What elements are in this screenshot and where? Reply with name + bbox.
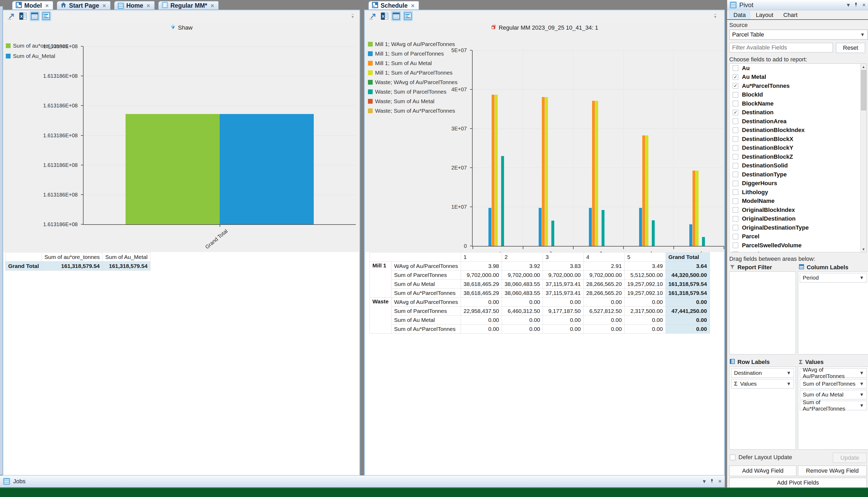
close-icon[interactable]: × (718, 479, 722, 484)
defer-layout-checkbox[interactable] (730, 455, 735, 460)
field-checkbox[interactable] (733, 207, 738, 213)
field-item[interactable]: DestinationSolid (730, 161, 866, 170)
area-field-item[interactable]: WAvg of Au/ParcelTonnes▼ (800, 368, 867, 378)
tab-regular-mm-[interactable]: Regular MM*× (158, 1, 219, 10)
add-pivot-fields-button[interactable]: Add Pivot Fields (729, 478, 867, 488)
row-labels-box[interactable]: Destination▼ΣValues▼ (729, 367, 796, 450)
toolbar-overflow-icon[interactable]: ▾ (352, 14, 354, 19)
tab-close-icon[interactable]: × (147, 3, 150, 9)
pivot-tab-chart[interactable]: Chart (779, 11, 803, 19)
area-field-item[interactable]: ΣValues▼ (731, 379, 794, 388)
chevron-down-icon[interactable]: ▼ (859, 275, 864, 281)
tab-home[interactable]: Home× (114, 1, 155, 10)
reset-button[interactable]: Reset (836, 43, 865, 53)
chevron-down-icon[interactable]: ▼ (859, 392, 864, 398)
field-item[interactable]: Au (730, 64, 866, 73)
field-checkbox[interactable] (733, 145, 738, 151)
report-filter-box[interactable] (729, 271, 796, 354)
update-button[interactable]: Update (833, 453, 867, 463)
pivot-tab-layout[interactable]: Layout (751, 11, 778, 19)
field-checkbox[interactable] (733, 163, 738, 169)
field-item[interactable]: ParcelSwelledVolume (730, 241, 866, 250)
field-item[interactable]: DestinationType (730, 170, 866, 179)
scrollbar-thumb[interactable] (861, 70, 866, 110)
area-field-item[interactable]: Destination▼ (731, 368, 794, 378)
panel-menu-icon[interactable]: ▾ (703, 479, 706, 484)
source-select[interactable]: Parcel Table ▼ (729, 30, 868, 40)
field-item[interactable]: ParcelTonnes (730, 250, 866, 253)
field-item[interactable]: BlockName (730, 99, 866, 108)
field-item[interactable]: DestinationBlockIndex (730, 126, 866, 135)
field-checkbox[interactable] (733, 118, 738, 124)
column-labels-box[interactable]: Period▼ (798, 271, 868, 354)
chevron-down-icon[interactable]: ▼ (859, 403, 864, 408)
field-checkbox[interactable] (733, 92, 738, 98)
field-item[interactable]: BlockId (730, 90, 866, 99)
field-item[interactable]: DestinationBlockZ (730, 152, 866, 161)
field-item[interactable]: OriginalDestination (730, 214, 866, 224)
field-item[interactable]: OriginalBlockIndex (730, 205, 866, 214)
field-item[interactable]: Lithology (730, 188, 866, 197)
field-item[interactable]: ✓Au Metal (730, 73, 866, 82)
field-item[interactable]: ModelName (730, 197, 866, 206)
field-checkbox[interactable] (733, 189, 738, 195)
field-item[interactable]: OriginalDestinationType (730, 223, 866, 232)
tab-close-icon[interactable]: × (211, 3, 214, 9)
field-item[interactable]: Parcel (730, 232, 866, 241)
field-item[interactable]: ✓Au*ParcelTonnes (730, 82, 866, 90)
field-checkbox[interactable] (733, 252, 738, 252)
tab-schedule[interactable]: Schedule× (368, 1, 419, 10)
table-view-icon[interactable] (30, 12, 39, 20)
csv-export-icon[interactable]: csv (7, 12, 16, 20)
csv-export-icon[interactable]: csv (368, 12, 378, 20)
field-checkbox[interactable] (733, 127, 738, 133)
add-wavg-field-button[interactable]: Add WAvg Field (729, 466, 796, 476)
field-item[interactable]: DestinationBlockY (730, 144, 866, 153)
field-checkbox[interactable] (733, 225, 738, 230)
area-field-item[interactable]: Sum of Au*ParcelTonnes▼ (800, 401, 867, 410)
field-checkbox[interactable] (733, 234, 738, 239)
field-item[interactable]: DestinationBlockX (730, 134, 866, 144)
close-icon[interactable]: × (862, 2, 866, 8)
chart-view-icon[interactable] (403, 12, 412, 20)
field-list-scrollbar[interactable]: ▲ ▼ (860, 64, 866, 252)
area-field-item[interactable]: Sum of ParcelTonnes▼ (800, 379, 867, 388)
tab-start-page[interactable]: Start Page× (57, 1, 111, 10)
chevron-down-icon[interactable]: ▼ (859, 381, 864, 387)
values-box[interactable]: WAvg of Au/ParcelTonnes▼Sum of ParcelTon… (798, 367, 868, 450)
field-item[interactable]: DestinationArea (730, 117, 866, 126)
field-checkbox[interactable] (733, 101, 738, 106)
chevron-down-icon[interactable]: ▼ (859, 370, 864, 376)
field-checkbox[interactable] (733, 198, 738, 204)
field-checkbox[interactable] (733, 181, 738, 186)
field-item[interactable]: ✓Destination (730, 108, 866, 117)
field-item[interactable]: DiggerHours (730, 179, 866, 188)
chevron-down-icon[interactable]: ▼ (786, 370, 791, 376)
tab-close-icon[interactable]: × (103, 3, 106, 9)
field-checkbox[interactable] (733, 216, 738, 222)
pin-icon[interactable] (709, 479, 715, 485)
field-checkbox[interactable] (733, 172, 738, 177)
excel-export-icon[interactable]: X (18, 12, 28, 20)
panel-menu-icon[interactable]: ▾ (847, 2, 850, 8)
filter-fields-input[interactable] (729, 43, 833, 52)
toolbar-overflow-icon[interactable]: ▾ (714, 14, 716, 19)
tab-model[interactable]: Model× (12, 1, 53, 10)
remove-wavg-field-button[interactable]: Remove WAvg Field (798, 466, 867, 476)
chart-view-icon[interactable] (42, 12, 51, 20)
field-checkbox[interactable]: ✓ (733, 110, 738, 115)
scroll-up-icon[interactable]: ▲ (860, 64, 866, 70)
area-field-item[interactable]: Sum of Au Metal▼ (800, 390, 867, 399)
table-view-icon[interactable] (392, 12, 401, 20)
tab-close-icon[interactable]: × (45, 3, 49, 9)
field-checkbox[interactable]: ✓ (733, 83, 738, 89)
area-field-item[interactable]: Period▼ (800, 273, 867, 283)
jobs-bar[interactable]: Jobs ▾ × (0, 475, 725, 487)
scroll-down-icon[interactable]: ▼ (860, 246, 866, 252)
field-checkbox[interactable]: ✓ (733, 74, 738, 80)
tab-close-icon[interactable]: × (411, 3, 414, 9)
field-checkbox[interactable] (733, 154, 738, 159)
pin-icon[interactable] (853, 2, 858, 8)
excel-export-icon[interactable]: X (380, 12, 389, 20)
field-checkbox[interactable] (733, 243, 738, 248)
